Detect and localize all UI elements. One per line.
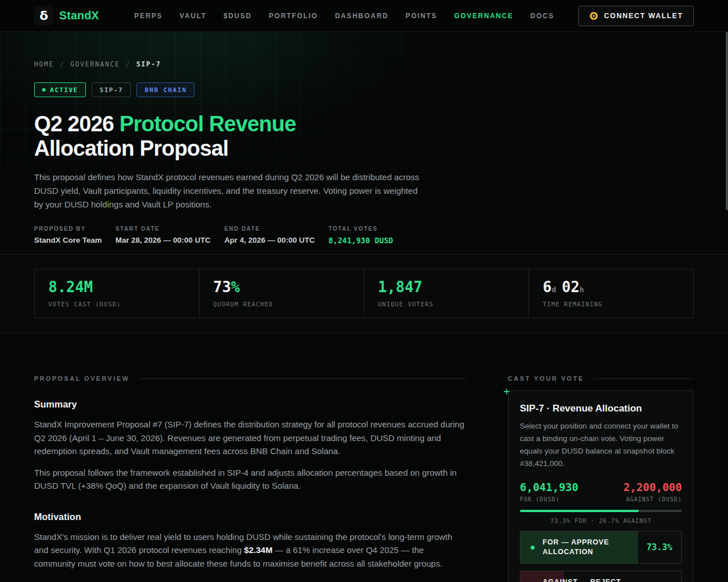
nav-item-perps[interactable]: PERPS [134, 12, 163, 20]
status-badge-active: ACTIVE [34, 82, 86, 97]
brand-logo[interactable]: δ StandX [34, 6, 99, 26]
overview-section-header: PROPOSAL OVERVIEW [34, 375, 466, 382]
sip-badge: SIP-7 [92, 82, 131, 97]
stat-value: 73% [213, 278, 364, 296]
connect-wallet-label: CONNECT WALLET [604, 12, 683, 20]
stats-row: 8.24M VOTES CAST (DUSD) 73% QUORUM REACH… [34, 269, 694, 318]
motivation-heading: Motivation [34, 512, 466, 522]
nav-item-governance[interactable]: GOVERNANCE [454, 12, 514, 20]
vote-progress-bar [520, 510, 682, 512]
section-divider-line [593, 379, 694, 379]
nav-item-vault[interactable]: VAULT [180, 12, 206, 20]
nav-item-dusd[interactable]: $DUSD [224, 12, 252, 20]
breadcrumb-separator: / [126, 60, 131, 68]
overview-section-label: PROPOSAL OVERVIEW [34, 375, 130, 382]
meta-value: StandX Core Team [34, 236, 102, 244]
main-content: PROPOSAL OVERVIEW Summary StandX Improve… [0, 334, 728, 582]
quorum-number: 73 [213, 278, 231, 296]
for-dot-icon [531, 546, 535, 550]
logo-delta-icon: δ [34, 6, 53, 26]
for-totals: 6,041,930 FOR (DUSD) [520, 481, 578, 502]
hours-unit: h [580, 285, 584, 294]
vote-section-header: CAST YOUR VOTE [508, 375, 694, 382]
for-option-line1: FOR — APPROVE [543, 538, 609, 546]
vote-card-description: Select your position and connect your wa… [520, 420, 682, 470]
vote-card: + SIP-7 · Revenue Allocation Select your… [508, 390, 694, 582]
meta-value: Apr 4, 2026 — 00:00 UTC [224, 236, 315, 244]
proposal-meta-row: PROPOSED BY StandX Core Team START DATE … [34, 226, 694, 245]
scrollbar-thumb[interactable] [726, 32, 728, 210]
motivation-paragraph: StandX's mission is to deliver real yiel… [34, 530, 466, 571]
nav-item-points[interactable]: POINTS [406, 12, 437, 20]
chain-badge-label: BNB CHAIN [144, 86, 187, 94]
stats-band: 8.24M VOTES CAST (DUSD) 73% QUORUM REACH… [0, 255, 728, 334]
for-votes-label: FOR (DUSD) [520, 496, 578, 502]
stat-label: TIME REMAINING [543, 301, 693, 307]
main-nav: PERPS VAULT $DUSD PORTFOLIO DASHBOARD PO… [134, 12, 554, 20]
stat-label: UNIQUE VOTERS [378, 301, 529, 307]
summary-paragraph-1: StandX Improvement Proposal #7 (SIP-7) d… [34, 418, 466, 458]
stat-votes-cast: 8.24M VOTES CAST (DUSD) [35, 269, 200, 318]
vote-option-for[interactable]: FOR — APPROVEALLOCATION 73.3% [520, 531, 682, 564]
vote-card-title: SIP-7 · Revenue Allocation [520, 403, 682, 414]
hours-number: 02 [562, 278, 580, 296]
for-option-line2: ALLOCATION [543, 548, 593, 556]
meta-value: Mar 28, 2026 — 00:00 UTC [115, 236, 210, 244]
nav-item-docs[interactable]: DOCS [531, 12, 555, 20]
against-votes-value: 2,200,000 [623, 481, 682, 493]
cast-vote-column: CAST YOUR VOTE + SIP-7 · Revenue Allocat… [508, 375, 694, 582]
stat-value: 6d02h [543, 278, 693, 296]
vote-option-against[interactable]: AGAINST — REJECTALLOCATION 26.7% [520, 571, 682, 582]
meta-value-total-votes: 8,241,930 DUSD [328, 236, 393, 245]
stat-unique-voters: 1,847 UNIQUE VOTERS [365, 269, 530, 318]
top-header: δ StandX PERPS VAULT $DUSD PORTFOLIO DAS… [0, 0, 728, 32]
vote-bar-caption: 73.3% FOR · 26.7% AGAINST [520, 517, 682, 524]
meta-proposed-by: PROPOSED BY StandX Core Team [34, 226, 102, 245]
breadcrumb-home[interactable]: HOME [34, 60, 54, 68]
proposal-title: Q2 2026 Protocol RevenueAllocation Propo… [34, 112, 444, 161]
section-divider-line [139, 379, 466, 379]
against-option-line1: AGAINST — REJECT [543, 578, 621, 582]
for-votes-value: 6,041,930 [520, 481, 578, 493]
meta-label: END DATE [224, 226, 315, 232]
nav-item-dashboard[interactable]: DASHBOARD [335, 12, 388, 20]
against-votes-label: AGAINST (DUSD) [623, 496, 682, 502]
stat-label: QUORUM REACHED [213, 301, 364, 307]
meta-label: TOTAL VOTES [328, 226, 393, 232]
breadcrumb: HOME / GOVERNANCE / SIP-7 [34, 60, 694, 68]
meta-end-date: END DATE Apr 4, 2026 — 00:00 UTC [224, 226, 315, 245]
stat-value: 8.24M [48, 278, 199, 296]
title-part-white: Q2 2026 [34, 112, 119, 136]
vote-progress-fill [520, 510, 639, 512]
stat-time-remaining: 6d02h TIME REMAINING [529, 269, 693, 318]
motivation-revenue-amount: $2.34M [244, 545, 272, 555]
vote-section-label: CAST YOUR VOTE [508, 375, 584, 382]
brand-name: StandX [59, 9, 99, 22]
nav-item-portfolio[interactable]: PORTFOLIO [269, 12, 318, 20]
proposal-overview-column: PROPOSAL OVERVIEW Summary StandX Improve… [34, 375, 466, 582]
connect-wallet-button[interactable]: CONNECT WALLET [578, 6, 694, 26]
for-option-percent: 73.3% [647, 542, 672, 552]
sip-badge-label: SIP-7 [100, 86, 123, 94]
meta-label: PROPOSED BY [34, 226, 102, 232]
against-option-label: AGAINST — REJECTALLOCATION [543, 577, 621, 582]
stat-value: 1,847 [378, 278, 529, 296]
wallet-coin-icon [589, 11, 598, 20]
title-line2: Allocation Proposal [34, 136, 229, 160]
breadcrumb-current: SIP-7 [136, 60, 162, 68]
quorum-percent-sign: % [231, 278, 240, 296]
days-number: 6 [543, 278, 552, 296]
stat-quorum: 73% QUORUM REACHED [200, 269, 365, 318]
status-badge-label: ACTIVE [50, 86, 78, 94]
title-part-green: Protocol Revenue [119, 112, 296, 136]
badge-row: ACTIVE SIP-7 BNB CHAIN [34, 82, 694, 97]
breadcrumb-separator: / [60, 60, 65, 68]
breadcrumb-governance[interactable]: GOVERNANCE [71, 60, 120, 68]
corner-plus-icon: + [503, 386, 510, 396]
for-option-label: FOR — APPROVEALLOCATION [543, 538, 609, 557]
meta-total-votes: TOTAL VOTES 8,241,930 DUSD [328, 226, 393, 245]
meta-start-date: START DATE Mar 28, 2026 — 00:00 UTC [115, 226, 210, 245]
summary-paragraph-2: This proposal follows the framework esta… [34, 466, 466, 493]
chain-badge: BNB CHAIN [136, 82, 195, 97]
stat-label: VOTES CAST (DUSD) [48, 301, 199, 307]
